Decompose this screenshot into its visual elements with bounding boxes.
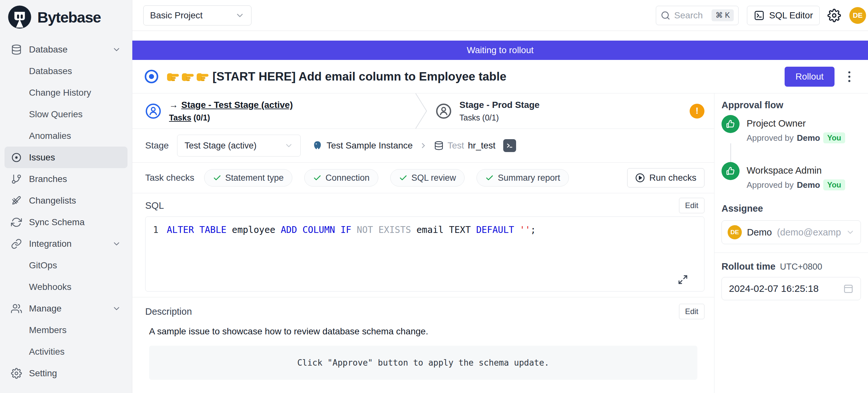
user-circle-icon [145, 103, 161, 119]
run-checks-button[interactable]: Run checks [627, 168, 705, 187]
database-link[interactable]: hr_test [468, 141, 495, 151]
sql-token: email TEXT [416, 224, 476, 236]
sidebar-item-label: Branches [29, 174, 67, 184]
bytebase-app: Bytebase Database Databases Change Histo… [0, 0, 868, 393]
issues-icon [11, 152, 22, 163]
sql-editor-button[interactable]: SQL Editor [747, 6, 820, 25]
sql-editor[interactable]: 1 ALTER TABLE employee ADD COLUMN IF NOT… [145, 216, 705, 292]
sidebar-item-label: GitOps [29, 260, 57, 271]
sync-schema-icon [11, 217, 22, 228]
warning-icon[interactable]: ! [690, 104, 705, 119]
issue-title: [START HERE] Add email column to Employe… [213, 70, 506, 84]
database-breadcrumb: Test Sample Instance Test hr_test [312, 139, 516, 152]
sql-token: employee [226, 224, 281, 236]
stage-selector-row: Stage Test Stage (active) Test Sample In… [132, 129, 714, 163]
tasks-count: (0/1) [482, 113, 499, 122]
open-in-sql-editor-icon[interactable] [503, 139, 516, 152]
sql-token: ADD COLUMN IF [281, 224, 351, 236]
sidebar-item-branches[interactable]: Branches [4, 168, 127, 190]
check-pill-connection[interactable]: Connection [304, 169, 378, 186]
check-pill-label: Connection [326, 173, 370, 183]
search-placeholder: Search [674, 10, 708, 21]
sidebar-item-manage[interactable]: Manage [4, 298, 127, 319]
user-avatar[interactable]: DE [849, 7, 866, 24]
main-column: Basic Project Search ⌘ K SQL Editor DE W… [132, 0, 868, 393]
description-code-block: Click "Approve" button to apply the sche… [149, 346, 698, 380]
sidebar-item-label: Database [29, 44, 68, 55]
chevron-down-icon [846, 228, 855, 237]
sidebar-item-change-history[interactable]: Change History [4, 82, 127, 103]
project-select[interactable]: Basic Project [143, 5, 251, 26]
issue-status-icon [144, 69, 159, 84]
check-pill-summary-report[interactable]: Summary report [476, 169, 569, 186]
banner-gap [132, 31, 868, 40]
rollout-time-label-row: Rollout time UTC+0800 [721, 261, 867, 272]
check-pill-sql-review[interactable]: SQL review [390, 169, 465, 186]
sql-editor-icon [754, 10, 765, 21]
sidebar-item-members[interactable]: Members [4, 319, 127, 341]
sidebar-item-issues[interactable]: Issues [4, 147, 127, 168]
assignee-select[interactable]: DE Demo (demo@example [721, 220, 861, 244]
tasks-link[interactable]: Tasks [169, 113, 191, 122]
sidebar-item-integration[interactable]: Integration [4, 233, 127, 254]
sidebar-item-label: Databases [29, 66, 72, 77]
check-icon [399, 174, 408, 182]
stage-test[interactable]: →Stage - Test Stage (active) Tasks (0/1) [132, 93, 415, 128]
gear-icon[interactable] [828, 9, 841, 22]
stage-select[interactable]: Test Stage (active) [177, 134, 301, 156]
content-row: →Stage - Test Stage (active) Tasks (0/1)… [132, 93, 868, 393]
sidebar-item-changelists[interactable]: Changelists [4, 190, 127, 211]
approved-by-label: Approved by [747, 180, 794, 190]
play-circle-icon [635, 173, 645, 183]
pointing-right-emoji-group [165, 69, 209, 84]
stage-prod[interactable]: Stage - Prod Stage Tasks (0/1) ! [429, 93, 714, 128]
sidebar-item-label: Webhooks [29, 282, 71, 292]
sql-code-line: 1 ALTER TABLE employee ADD COLUMN IF NOT… [146, 224, 704, 236]
sidebar-item-slow-queries[interactable]: Slow Queries [4, 103, 127, 125]
manage-icon [11, 303, 22, 314]
sidebar-item-label: Members [29, 325, 67, 335]
check-pill-statement-type[interactable]: Statement type [204, 169, 293, 186]
environment-label: Test [447, 141, 464, 151]
database-icon [11, 44, 22, 55]
rollout-time-value: 2024-02-07 16:25:18 [729, 283, 819, 294]
approved-icon [721, 162, 740, 180]
approval-role: Workspace Admin [747, 164, 845, 176]
changelists-icon [11, 195, 22, 206]
approval-role: Project Owner [747, 118, 845, 129]
sidebar-item-databases[interactable]: Databases [4, 60, 127, 82]
stage-name-link[interactable]: Stage - Test Stage (active) [181, 100, 293, 110]
calendar-icon[interactable] [843, 283, 854, 294]
line-number: 1 [146, 224, 167, 236]
sidebar-nav: Database Databases Change History Slow Q… [4, 39, 127, 384]
search-input[interactable]: Search ⌘ K [656, 6, 739, 25]
brand-logo[interactable]: Bytebase [4, 0, 127, 34]
description-section: Description Edit A sample issue to showc… [132, 297, 714, 393]
check-icon [485, 174, 494, 182]
description-heading: Description [145, 306, 192, 317]
stage-select-value: Test Stage (active) [184, 141, 257, 151]
sidebar-item-setting[interactable]: Setting [4, 362, 127, 384]
sidebar-item-sync-schema[interactable]: Sync Schema [4, 211, 127, 233]
rollout-button[interactable]: Rollout [785, 67, 835, 87]
sidebar-item-gitops[interactable]: GitOps [4, 254, 127, 276]
sidebar-item-label: Manage [29, 303, 61, 314]
sidebar-item-anomalies[interactable]: Anomalies [4, 125, 127, 147]
stage-select-label: Stage [145, 141, 169, 151]
expand-icon[interactable] [678, 274, 688, 285]
more-vertical-icon[interactable] [842, 68, 857, 85]
sidebar-item-label: Anomalies [29, 131, 71, 141]
instance-link[interactable]: Test Sample Instance [327, 141, 413, 151]
rollout-time-label: Rollout time [721, 261, 776, 272]
sql-token: '' [520, 224, 531, 236]
rollout-time-input[interactable]: 2024-02-07 16:25:18 [721, 277, 861, 300]
sidebar-item-database[interactable]: Database [4, 39, 127, 60]
tasks-count: (0/1) [193, 113, 210, 122]
sidebar-item-webhooks[interactable]: Webhooks [4, 276, 127, 298]
sidebar: Bytebase Database Databases Change Histo… [0, 0, 132, 393]
description-edit-button[interactable]: Edit [679, 304, 705, 319]
sql-edit-button[interactable]: Edit [679, 198, 705, 213]
setting-icon [11, 368, 22, 379]
project-select-value: Basic Project [150, 10, 203, 21]
sidebar-item-activities[interactable]: Activities [4, 341, 127, 362]
